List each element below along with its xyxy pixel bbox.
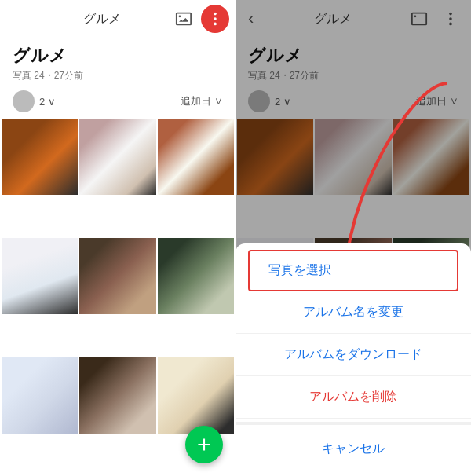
left-album-meta: 写真 24・27分前 bbox=[13, 69, 223, 82]
left-album-header: グルメ 写真 24・27分前 bbox=[0, 38, 236, 86]
photo-cell-9[interactable] bbox=[158, 357, 234, 433]
left-date-num[interactable]: 2 ∨ bbox=[39, 96, 56, 108]
left-date-row: 2 ∨ 追加日 ∨ bbox=[0, 86, 236, 117]
plus-icon bbox=[194, 434, 214, 455]
left-avatar bbox=[13, 90, 35, 112]
left-panel: グルメ グルメ 写真 24・27分前 2 ∨ 追加日 bbox=[0, 0, 236, 476]
menu-item-download[interactable]: アルバムをダウンロード bbox=[236, 334, 471, 376]
more-vertical-icon bbox=[206, 10, 224, 27]
photo-cell-2[interactable] bbox=[79, 119, 155, 195]
photo-cell-4[interactable] bbox=[2, 238, 78, 314]
left-top-icons bbox=[170, 5, 229, 33]
left-album-tab-label: グルメ bbox=[83, 11, 121, 27]
photo-cell-1[interactable] bbox=[2, 119, 78, 195]
right-panel: ‹ グルメ グルメ 写真 24・27分前 2 ∨ bbox=[236, 0, 471, 476]
menu-item-delete[interactable]: アルバムを削除 bbox=[236, 376, 471, 419]
photo-cell-3[interactable] bbox=[158, 119, 234, 195]
photo-cell-6[interactable] bbox=[158, 238, 234, 314]
svg-point-2 bbox=[214, 23, 217, 26]
menu-item-select-photos[interactable]: 写真を選択 bbox=[248, 250, 458, 291]
image-icon bbox=[175, 10, 192, 27]
left-photo-grid bbox=[0, 117, 236, 476]
photo-cell-8[interactable] bbox=[79, 357, 155, 433]
menu-item-rename[interactable]: アルバム名を変更 bbox=[236, 291, 471, 334]
svg-point-0 bbox=[214, 13, 217, 16]
left-image-icon-btn[interactable] bbox=[170, 5, 198, 33]
left-date-left: 2 ∨ bbox=[13, 90, 56, 112]
svg-point-1 bbox=[214, 17, 217, 20]
left-more-icon-btn[interactable] bbox=[201, 5, 229, 33]
photo-cell-5[interactable] bbox=[79, 238, 155, 314]
photo-cell-7[interactable] bbox=[2, 357, 78, 433]
context-menu: 写真を選択 アルバム名を変更 アルバムをダウンロード アルバムを削除 キャンセル bbox=[236, 243, 471, 476]
add-fab[interactable] bbox=[185, 426, 223, 463]
left-date-sort[interactable]: 追加日 ∨ bbox=[181, 94, 223, 108]
left-top-bar: グルメ bbox=[0, 0, 236, 38]
menu-item-cancel[interactable]: キャンセル bbox=[236, 428, 471, 470]
left-album-title: グルメ bbox=[13, 44, 223, 68]
